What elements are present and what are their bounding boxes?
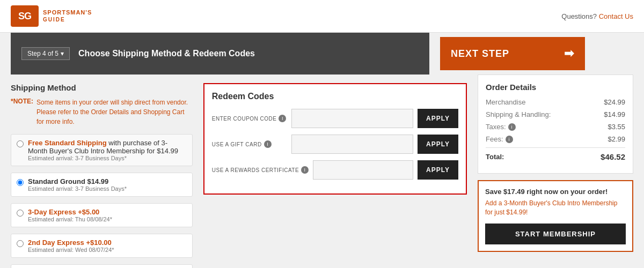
coupon-row: ENTER COUPON CODE i APPLY [212,109,458,128]
standard-ground-arrival: Estimated arrival: 3-7 Business Days* [28,185,127,192]
2day-arrival: Estimated arrival: Wed 08/07/24* [28,247,114,253]
note-label: *NOTE: [11,98,33,126]
rewards-label: USE A REWARDS CERTIFICATE i [212,166,309,174]
start-membership-button[interactable]: START MEMBERSHIP [485,224,626,244]
shipping-option-2day-label: 2nd Day Express +$10.00 Estimated arriva… [28,239,114,253]
coupon-input[interactable] [291,109,413,128]
next-step-button[interactable]: NEXT STEP ➡ [440,37,585,70]
shipping-radio-free[interactable] [17,140,24,147]
taxes-info-icon[interactable]: i [508,123,516,131]
header-right: Questions? Contact Us [561,12,633,20]
3day-arrival: Estimated arrival: Thu 08/08/24* [28,216,112,222]
gift-card-label: USE A GIFT CARD i [212,140,287,148]
shipping-option-3day-label: 3-Day Express +$5.00 Estimated arrival: … [28,208,112,222]
standard-ground-title: Standard Ground $14.99 [28,177,108,185]
next-step-arrow: ➡ [564,47,574,61]
order-details: Order Details Merchandise $24.99 Shippin… [478,75,633,174]
page-header: SG SPORTSMAN'S GUIDE Questions? Contact … [0,0,644,33]
free-shipping-arrival: Estimated arrival: 3-7 Business Days* [28,155,187,161]
shipping-note: *NOTE: Some items in your order will shi… [11,98,193,126]
questions-text: Questions? [561,12,597,20]
shipping-radio-2day[interactable] [17,240,24,247]
rewards-info-icon[interactable]: i [301,166,309,174]
right-panel: Order Details Merchandise $24.99 Shippin… [478,75,633,268]
shipping-section-title: Shipping Method [11,83,193,92]
redeem-codes-section: Redeem Codes ENTER COUPON CODE i APPLY [203,75,467,195]
fees-label: Fees: i [486,135,513,143]
fees-info-icon[interactable]: i [506,136,513,143]
total-label: Total: [486,152,504,161]
shipping-radio-standard[interactable] [17,179,24,186]
rewards-row: USE A REWARDS CERTIFICATE i APPLY [212,160,458,180]
next-step-label: NEXT STEP [451,48,509,59]
2day-title: 2nd Day Express +$10.00 [28,239,112,247]
order-shipping-line: Shipping & Handling: $14.99 [486,110,625,118]
shipping-option-standard: Standard Ground $14.99 Estimated arrival… [11,173,193,197]
free-shipping-title: Free Standard Shipping [28,139,107,147]
gift-apply-button[interactable]: APPLY [418,135,458,154]
shipping-option-free-label: Free Standard Shipping with purchase of … [28,139,187,161]
total-value: $46.52 [601,152,625,161]
note-text: Some items in your order will ship direc… [36,98,193,126]
merchandise-value: $24.99 [604,98,625,106]
logo-icon: SG [11,5,39,27]
merchandise-label: Merchandise [486,98,525,106]
step-badge[interactable]: Step 4 of 5 ▾ [21,47,70,60]
left-panel: Shipping Method *NOTE: Some items in you… [11,75,478,268]
shipping-method-section: Shipping Method *NOTE: Some items in you… [11,75,193,268]
gift-card-input[interactable] [291,135,413,154]
order-total-line: Total: $46.52 [486,147,625,161]
taxes-value: $3.55 [608,123,625,131]
gift-card-row: USE A GIFT CARD i APPLY [212,135,458,154]
rewards-input[interactable] [313,160,413,180]
coupon-apply-button[interactable]: APPLY [418,109,458,128]
3day-title: 3-Day Express +$5.00 [28,208,99,216]
shipping-option-nextday: Next Day Express +$20.00 Estimated arriv… [11,264,193,268]
promo-box: Save $17.49 right now on your order! Add… [478,180,633,252]
shipping-option-standard-label: Standard Ground $14.99 Estimated arrival… [28,177,127,192]
promo-title: Save $17.49 right now on your order! [485,188,626,196]
svg-text:SG: SG [18,11,31,21]
step-bar: Step 4 of 5 ▾ Choose Shipping Method & R… [11,33,429,75]
shipping-option-2day: 2nd Day Express +$10.00 Estimated arriva… [11,234,193,258]
redeem-title: Redeem Codes [212,92,458,101]
order-merchandise-line: Merchandise $24.99 [486,98,625,106]
step-title: Choose Shipping Method & Redeem Codes [78,49,255,58]
coupon-info-icon[interactable]: i [279,115,286,122]
brand-name: SPORTSMAN'S GUIDE [43,9,92,23]
taxes-label: Taxes: i [486,123,516,131]
promo-sub: Add a 3-Month Buyer's Club Intro Members… [485,199,626,217]
logo-area: SG SPORTSMAN'S GUIDE [11,5,92,27]
rewards-apply-button[interactable]: APPLY [418,160,458,180]
shipping-handling-value: $14.99 [604,110,625,118]
gift-info-icon[interactable]: i [264,140,272,148]
fees-value: $2.99 [608,135,625,143]
coupon-label: ENTER COUPON CODE i [212,115,287,122]
order-fees-line: Fees: i $2.99 [486,135,625,143]
shipping-handling-label: Shipping & Handling: [486,110,551,118]
redeem-box: Redeem Codes ENTER COUPON CODE i APPLY [203,83,467,195]
order-taxes-line: Taxes: i $3.55 [486,123,625,131]
order-details-title: Order Details [486,83,625,92]
contact-us-link[interactable]: Contact Us [599,12,633,20]
shipping-option-free: Free Standard Shipping with purchase of … [11,134,193,166]
shipping-radio-3day[interactable] [17,210,24,217]
shipping-option-3day: 3-Day Express +$5.00 Estimated arrival: … [11,203,193,227]
